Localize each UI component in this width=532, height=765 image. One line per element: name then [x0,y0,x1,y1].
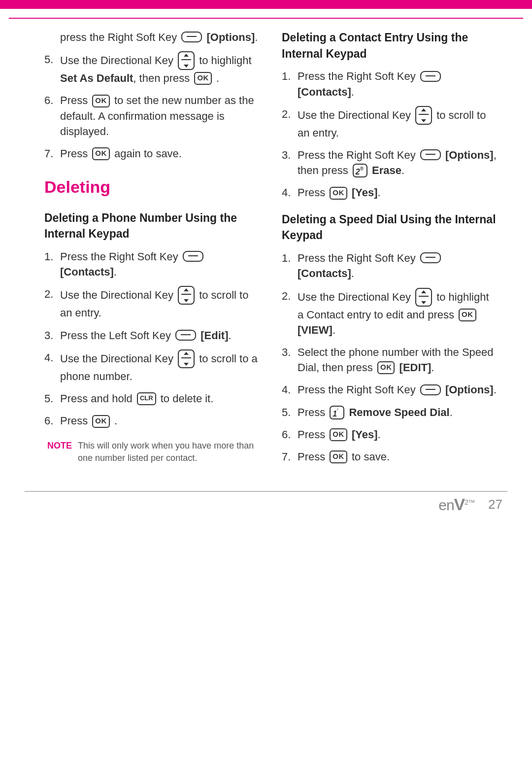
sub-heading-phone-number: Deleting a Phone Number Using the Intern… [44,210,260,242]
note-label: NOTE [47,440,72,465]
ok-key-icon: OK [459,309,476,321]
list-item: Press OK [Yes]. [282,427,498,442]
text: . [332,324,335,336]
text-bold: [VIEW] [298,324,332,336]
list-item: Use the Directional Key to scroll to an … [282,106,498,140]
soft-key-icon [420,252,441,263]
text: Press [60,147,91,160]
steps-contact-entry: Press the Right Soft Key [Contacts]. Use… [282,69,498,200]
right-column: Deleting a Contact Entry Using the Inter… [282,30,498,471]
list-item: Press the Right Soft Key [Contacts]. [44,249,260,279]
list-item: Press the Right Soft Key [Contacts]. [282,69,498,99]
text-bold: [Options] [206,31,255,43]
text: Press the Right Soft Key [298,252,419,264]
soft-key-icon [420,149,441,160]
ok-key-icon: OK [194,72,212,85]
ok-key-icon: OK [330,451,347,463]
text: . [255,31,258,43]
list-item: Press OK again to save. [44,146,260,161]
ok-key-icon: OK [92,95,110,107]
num-1-key-icon: 1' [330,406,344,419]
list-item: Press the Right Soft Key [Options], then… [282,147,498,178]
text: Press [298,451,328,463]
page-top-border [0,0,532,9]
text: . [401,164,404,176]
page-number: 27 [488,497,502,512]
list-item: Press and hold CLR to delete it. [44,391,260,406]
sub-heading-speed-dial: Deleting a Speed Dial Using the Internal… [282,211,498,243]
text-bold: [Options] [445,149,494,161]
text: . [213,72,219,84]
page-footer: enV2™ 27 [0,492,532,529]
ok-key-icon: OK [330,428,347,441]
ok-key-icon: OK [377,361,395,374]
text-bold: Remove Speed Dial [349,406,449,418]
list-item: Press OK [Yes]. [282,185,498,200]
list-item: Press OK to set the new number as the de… [44,93,260,139]
text-bold: [Contacts] [298,267,351,279]
text: Press the Right Soft Key [298,149,419,161]
directional-key-icon [415,288,432,307]
directional-key-icon [178,286,195,305]
text: Press the Left Soft Key [60,329,174,342]
soft-key-icon [175,330,196,341]
text-bold: [Contacts] [60,266,114,278]
ok-key-icon: OK [330,187,347,200]
directional-key-icon [415,106,432,125]
steps-phone-number: Press the Right Soft Key [Contacts]. Use… [44,249,260,429]
directional-key-icon [178,51,195,70]
text: . [431,361,434,374]
soft-key-icon [420,384,441,395]
text: Press and hold [60,392,135,405]
text: Press [298,406,328,418]
list-item: Use the Directional Key to highlight a C… [282,288,498,338]
text: Press the Right Soft Key [298,383,419,396]
text: . [450,406,453,418]
soft-key-icon [183,251,203,262]
text: , then press [133,72,193,84]
list-item: Use the Directional Key to scroll to an … [44,286,260,320]
text: . [378,428,381,441]
left-column: press the Right Soft Key [Options]. Use … [44,30,260,471]
soft-key-icon [181,32,202,42]
text-bold: [Edit] [200,329,228,342]
note-text: This will only work when you have more t… [78,440,260,465]
text-bold: [Options] [445,383,494,396]
section-heading-deleting: Deleting [44,175,260,199]
text: . [378,186,381,199]
text: . [111,415,117,427]
num-2-key-icon: 2® [353,164,367,177]
text: Use the Directional Key [298,290,414,303]
list-item: Press 1' Remove Speed Dial. [282,405,498,420]
list-item: Press the Right Soft Key [Contacts]. [282,250,498,281]
steps-speed-dial: Press the Right Soft Key [Contacts]. Use… [282,250,498,464]
text: to highlight [199,54,251,67]
text: Press the Right Soft Key [60,250,181,263]
list-item: Press OK . [44,413,260,428]
continued-step: press the Right Soft Key [Options]. [44,30,260,45]
text-bold: [Yes] [352,186,378,199]
text: . [351,86,354,98]
note-block: NOTE This will only work when you have m… [44,440,260,465]
text: Use the Directional Key [60,352,176,365]
text: press the Right Soft Key [60,31,180,43]
text: Press [298,186,328,199]
text-bold: Erase [372,164,401,176]
list-item: Press OK to save. [282,449,498,464]
text-bold: [Yes] [352,428,378,441]
list-item: Press the Left Soft Key [Edit]. [44,328,260,343]
text: Select the phone number with the Speed D… [298,346,494,374]
text: . [351,267,354,279]
text-bold: [Contacts] [298,86,351,98]
sub-heading-contact-entry: Deleting a Contact Entry Using the Inter… [282,30,498,62]
text: Use the Directional Key [60,54,176,67]
brand-logo: enV2™ [438,495,474,514]
text: Press [60,94,91,106]
ok-key-icon: OK [92,147,110,160]
text: again to save. [114,147,182,160]
text: Press [60,415,91,427]
logo-tm: ™ [468,498,474,506]
text: to save. [352,451,390,463]
text: . [494,383,497,396]
list-item: Use the Directional Key to scroll to a p… [44,350,260,384]
